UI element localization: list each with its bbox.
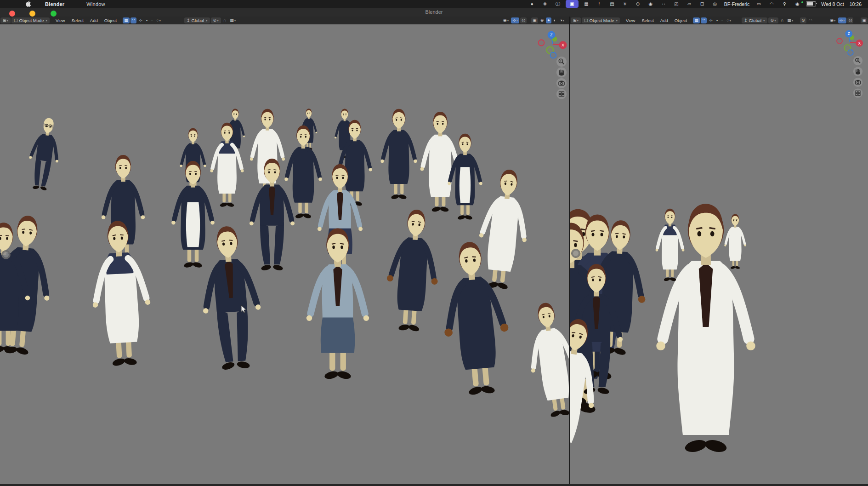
measure-icon[interactable]: ▫ <box>720 17 724 23</box>
menu-add[interactable]: Add <box>87 17 101 23</box>
viewport-camera-button[interactable] <box>556 78 567 88</box>
user-icon[interactable]: ◉ <box>791 0 804 8</box>
fan-icon[interactable]: ☸ <box>539 0 551 8</box>
shading-material-icon[interactable]: ◐ <box>552 17 557 23</box>
stage-manager-icon[interactable]: ⁝ <box>593 0 606 8</box>
menu-view[interactable]: View <box>53 17 68 23</box>
character-whiteDress[interactable] <box>474 167 533 292</box>
proportional-edit-dropdown[interactable]: ◌▾ <box>725 17 732 23</box>
snap-magnet-icon[interactable]: ∩ <box>779 17 785 23</box>
axis-neg-x-ball[interactable] <box>539 40 545 46</box>
moon-icon[interactable]: ● <box>526 0 539 8</box>
proportional-edit-dropdown[interactable]: ◌▾ <box>155 17 162 23</box>
proportional-falloff-icon[interactable]: ◠ <box>807 17 814 23</box>
axis-neg-z-ball[interactable] <box>550 52 556 58</box>
battery-icon[interactable] <box>806 1 816 6</box>
visibility-dropdown[interactable]: ◉▾ <box>828 17 837 23</box>
annotate-icon[interactable]: ▪ <box>715 17 719 23</box>
character-apron[interactable] <box>171 161 215 269</box>
shading-wireframe-icon[interactable]: ⊕ <box>539 17 545 23</box>
xray-toggle-icon[interactable]: ▣ <box>861 17 868 23</box>
snap-dropdown[interactable]: ▦▾ <box>786 17 794 23</box>
annotate-icon[interactable]: ▪ <box>145 17 149 23</box>
viewport-zoom-button[interactable] <box>556 57 567 67</box>
character-whiteDress[interactable] <box>250 109 285 197</box>
viewport-pan-button[interactable] <box>853 67 862 76</box>
archive-box-icon[interactable]: ◰ <box>670 0 683 8</box>
search-icon[interactable]: ⚲ <box>778 0 791 8</box>
character-blueShirt[interactable] <box>306 228 369 380</box>
gizmos-dropdown[interactable]: ⊹▾ <box>511 17 519 23</box>
xray-toggle-icon[interactable]: ▣ <box>531 17 538 23</box>
cursor-tool-icon[interactable]: ⁙ <box>130 17 137 23</box>
apple-menu[interactable] <box>23 0 34 8</box>
gizmos-dropdown[interactable]: ⊹▾ <box>838 17 846 23</box>
settings-gear-icon[interactable]: ✳ <box>618 0 631 8</box>
character-navyDress[interactable] <box>380 109 417 200</box>
menu-add[interactable]: Add <box>658 17 671 23</box>
menu-select[interactable]: Select <box>639 17 656 23</box>
snap-dropdown[interactable]: ▦▾ <box>228 17 237 23</box>
display-icon[interactable]: ⊡ <box>696 0 709 8</box>
menubar-time[interactable]: 10:26 <box>847 1 864 7</box>
transform-gizmo-icon[interactable]: ⊹ <box>137 17 144 23</box>
orientation-dropdown[interactable]: ↥Global▾ <box>184 17 210 23</box>
colors-icon[interactable]: ∷ <box>657 0 670 8</box>
visibility-dropdown[interactable]: ◉▾ <box>502 17 510 23</box>
viewport-camera-button[interactable] <box>853 78 862 87</box>
character-whiteDress[interactable] <box>522 300 569 420</box>
viewport-3d-left[interactable]: ZX <box>0 24 569 484</box>
axis-neg-z-ball[interactable] <box>848 50 853 55</box>
window-titlebar[interactable]: Blender <box>0 8 868 17</box>
menu-object[interactable]: Object <box>102 17 119 23</box>
navigation-gizmo[interactable]: ZX <box>837 30 863 55</box>
user-name-label[interactable]: BF-Frederic <box>721 1 752 7</box>
cursor-tool-icon[interactable]: ⁙ <box>701 17 707 23</box>
shading-rendered-dropdown[interactable]: ◑▾ <box>558 17 566 23</box>
record-icon[interactable]: ◉ <box>644 0 657 8</box>
input-source-icon[interactable]: ▭ <box>752 0 765 8</box>
shading-solid-icon[interactable]: ● <box>546 17 551 23</box>
target-icon[interactable]: ◎ <box>709 0 721 8</box>
orientation-dropdown[interactable]: ↥Global▾ <box>742 17 767 23</box>
overlays-toggle-icon[interactable]: ◎ <box>847 17 854 23</box>
character-gloves[interactable] <box>383 208 443 333</box>
menu-select[interactable]: Select <box>68 17 86 23</box>
pivot-point-icon[interactable]: ⊙ <box>800 17 806 23</box>
character-capelet[interactable] <box>88 219 153 368</box>
character-bald[interactable] <box>25 116 64 192</box>
screen-mirroring-icon[interactable]: ▣ <box>566 0 579 8</box>
select-box-icon[interactable]: ▦ <box>693 17 700 23</box>
menu-object[interactable]: Object <box>672 17 690 23</box>
overlays-toggle-icon[interactable]: ◎ <box>520 17 527 23</box>
character-whiteDress[interactable] <box>724 214 746 269</box>
editor-type-button[interactable]: ⊞▾ <box>0 17 11 23</box>
character-suit[interactable] <box>197 224 265 372</box>
viewport-zoom-button[interactable] <box>853 56 862 65</box>
viewport-ortho-button[interactable] <box>853 88 862 97</box>
menu-view[interactable]: View <box>623 17 638 23</box>
viewport-pan-button[interactable] <box>556 68 567 78</box>
axis-neg-x-ball[interactable] <box>837 38 842 44</box>
character-capelet[interactable] <box>656 209 685 282</box>
menubar-date[interactable]: Wed 8 Oct <box>818 1 846 7</box>
editor-type-button[interactable]: ⊞▾ <box>571 17 581 23</box>
info-icon[interactable]: ⓘ <box>551 0 564 8</box>
measure-icon[interactable]: ▫ <box>150 17 154 23</box>
navigation-gizmo[interactable]: ZX <box>539 31 567 58</box>
app-menu-window[interactable]: Window <box>75 1 116 7</box>
mode-dropdown[interactable]: ▢Object Mode▾ <box>582 17 620 23</box>
keyboard-icon[interactable]: ▤ <box>606 0 618 8</box>
pivot-dropdown[interactable]: ⊙▾ <box>768 17 778 23</box>
viewport-3d-right[interactable]: ZX <box>570 24 868 484</box>
select-box-icon[interactable]: ▦ <box>123 17 130 23</box>
display-alert-icon[interactable]: ▦ <box>580 0 593 8</box>
stack-icon[interactable]: ▱ <box>683 0 696 8</box>
wifi-icon[interactable]: ◠ <box>765 0 778 8</box>
viewport-ortho-button[interactable] <box>556 89 567 99</box>
do-not-disturb-icon[interactable]: ⊖ <box>631 0 644 8</box>
mode-dropdown[interactable]: ▢Object Mode▾ <box>11 17 50 23</box>
pivot-dropdown[interactable]: ⊙▾ <box>211 17 221 23</box>
app-menu-blender[interactable]: Blender <box>34 1 75 7</box>
transform-gizmo-icon[interactable]: ⊹ <box>708 17 714 23</box>
